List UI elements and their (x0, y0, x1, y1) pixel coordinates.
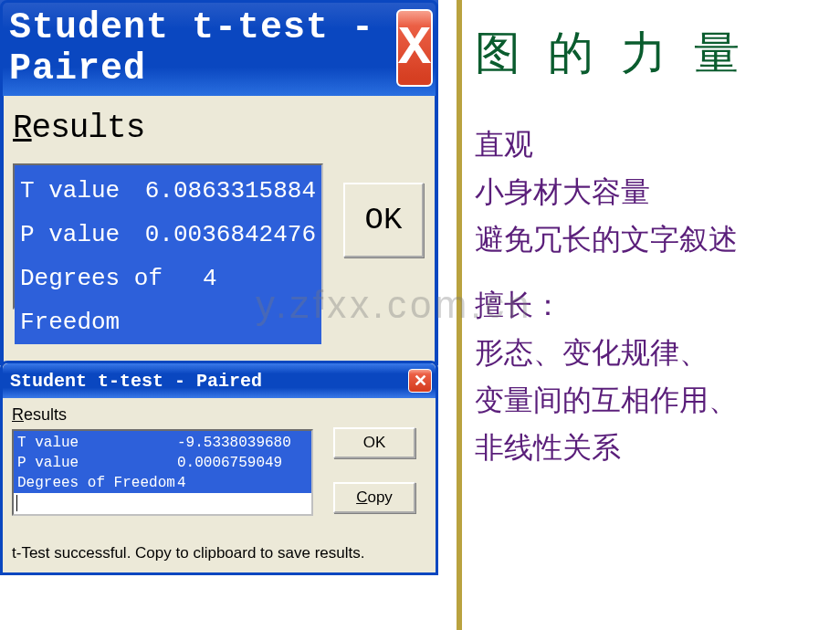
dialog-body: Results T value6.0863315884 P value0.003… (0, 96, 438, 365)
text-panel: 图的力量 直观 小身材大容量 避免冗长的文字叙述 擅长： 形态、变化规律、 变量… (475, 23, 831, 471)
results-listbox[interactable]: T value6.0863315884 P value0.0036842476 … (13, 163, 323, 310)
vertical-divider (457, 0, 462, 630)
text-cursor (16, 495, 17, 511)
close-button[interactable]: X (396, 9, 433, 87)
results-listbox[interactable]: T value-9.5338039680 P value0.0006759049… (12, 429, 313, 516)
dialog-ttest-small: Student t-test - Paired ✕ Results T valu… (0, 361, 438, 575)
dialog-body: Results T value-9.5338039680 P value0.00… (3, 398, 436, 572)
results-label: Results (12, 405, 426, 425)
window-title: Student t-test - Paired (9, 7, 396, 89)
list-row: T value-9.5338039680 (17, 433, 308, 453)
list-row: P value0.0036842476 (20, 213, 316, 257)
status-text: t-Test successful. Copy to clipboard to … (12, 544, 364, 562)
ok-button[interactable]: OK (343, 183, 424, 257)
ok-button[interactable]: OK (333, 427, 415, 458)
body-text: 直观 小身材大容量 避免冗长的文字叙述 擅长： 形态、变化规律、 变量间的互相作… (475, 121, 831, 471)
close-button[interactable]: ✕ (408, 369, 432, 393)
copy-button[interactable]: Copy (333, 482, 415, 513)
list-row: Degrees of Freedom4 (20, 257, 316, 344)
results-label: Results (13, 110, 421, 147)
dialog-ttest-large: Student t-test - Paired X Results T valu… (0, 0, 438, 365)
heading: 图的力量 (475, 23, 831, 84)
titlebar[interactable]: Student t-test - Paired ✕ (3, 363, 436, 398)
titlebar[interactable]: Student t-test - Paired X (0, 0, 438, 96)
list-row: Degrees of Freedom4 (17, 473, 308, 493)
window-title: Student t-test - Paired (10, 371, 262, 392)
list-row: P value0.0006759049 (17, 453, 308, 473)
list-row: T value6.0863315884 (20, 169, 316, 213)
